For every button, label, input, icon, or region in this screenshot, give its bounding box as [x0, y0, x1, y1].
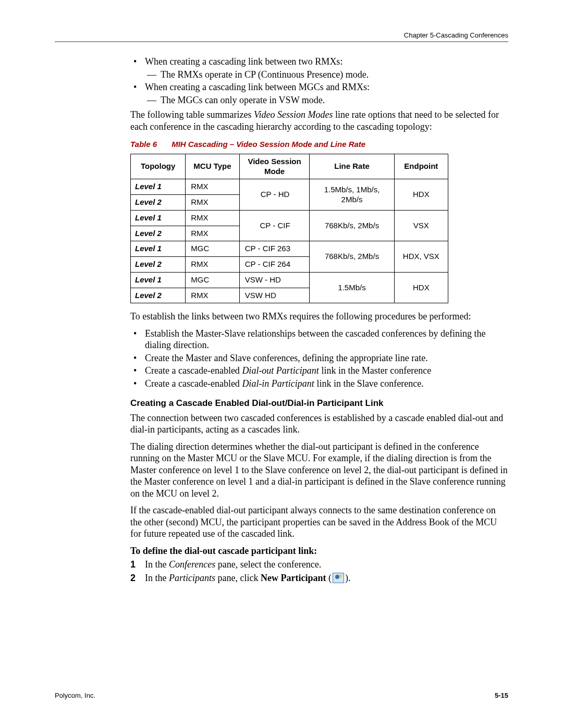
text: link in the Slave conference.: [314, 378, 424, 389]
text: In the: [145, 573, 169, 583]
cell-rate: 1.5Mb/s: [310, 272, 394, 303]
footer-page-number: 5-15: [495, 692, 508, 699]
table-row: Level 1 MGC CP - CIF 263 768Kb/s, 2Mb/s …: [131, 241, 448, 257]
table-row: Level 1 RMX CP - CIF 768Kb/s, 2Mb/s VSX: [131, 210, 448, 226]
cell-mcu: RMX: [186, 195, 240, 211]
cell-rate: 1.5Mb/s, 1Mb/s, 2Mb/s: [310, 179, 394, 211]
text: Create a cascade-enabled: [145, 365, 242, 376]
col-mcu-type: MCU Type: [186, 154, 240, 179]
cell-topology: Level 2: [131, 195, 186, 211]
list-item-sub: The MGCs can only operate in VSW mode.: [145, 94, 508, 106]
text: In the: [145, 559, 169, 570]
col-endpoint: Endpoint: [394, 154, 448, 179]
text-emphasis: Dial-out Participant: [242, 365, 319, 376]
table-header-row: Topology MCU Type Video Session Mode Lin…: [131, 154, 448, 179]
cell-topology: Level 1: [131, 272, 186, 288]
col-video-session-mode: Video Session Mode: [239, 154, 310, 179]
cell-topology: Level 1: [131, 241, 186, 257]
cell-mcu: RMX: [186, 288, 240, 303]
cell-endpoint: HDX: [394, 272, 448, 303]
table-row: Level 1 MGC VSW - HD 1.5Mb/s HDX: [131, 272, 448, 288]
cell-rate: 768Kb/s, 2Mb/s: [310, 241, 394, 273]
paragraph: If the cascade-enabled dial-out particip…: [130, 504, 508, 540]
procedure-heading: To define the dial-out cascade participa…: [130, 545, 508, 557]
new-participant-icon: [333, 573, 344, 583]
cell-mode: VSW - HD: [239, 272, 310, 288]
page-footer: Polycom, Inc. 5-15: [55, 692, 508, 699]
list-item: Establish the Master-Slave relationships…: [130, 328, 508, 351]
cell-rate: 768Kb/s, 2Mb/s: [310, 210, 394, 241]
cell-mode: VSW HD: [239, 288, 310, 303]
text: Create a cascade-enabled: [145, 378, 242, 389]
footer-company: Polycom, Inc.: [55, 692, 95, 699]
paragraph: The dialing direction determines whether…: [130, 441, 508, 500]
list-item: Create a cascade-enabled Dial-in Partici…: [130, 378, 508, 390]
table-number: Table 6: [130, 140, 157, 149]
list-item-sub: The RMXs operate in CP (Continuous Prese…: [145, 69, 508, 81]
text-emphasis: Dial-in Participant: [242, 378, 314, 389]
cell-topology: Level 1: [131, 210, 186, 226]
list-item: Create the Master and Slave conferences,…: [130, 352, 508, 364]
cell-mode: CP - HD: [239, 179, 310, 211]
col-topology: Topology: [131, 154, 186, 179]
text: The following table summarizes: [130, 109, 254, 120]
text-bold: New Participant: [261, 573, 326, 583]
text: link in the Master conference: [319, 365, 431, 376]
step-item: In the Conferences pane, select the conf…: [130, 559, 508, 571]
table-title: MIH Cascading – Video Session Mode and L…: [172, 140, 365, 149]
bullet-text: When creating a cascading link between M…: [145, 82, 370, 92]
cell-mcu: MGC: [186, 272, 240, 288]
list-item: Create a cascade-enabled Dial-out Partic…: [130, 365, 508, 377]
text-emphasis: Conferences: [169, 559, 215, 570]
cell-mcu: RMX: [186, 226, 240, 241]
intro-bullets: When creating a cascading link between t…: [130, 56, 508, 106]
text-emphasis: Participants: [169, 573, 215, 583]
cell-mode: CP - CIF 264: [239, 257, 310, 273]
cell-topology: Level 1: [131, 179, 186, 195]
text: pane, click: [215, 573, 261, 583]
list-item: When creating a cascading link between t…: [130, 56, 508, 80]
mih-cascading-table: Topology MCU Type Video Session Mode Lin…: [130, 154, 448, 304]
cell-endpoint: HDX: [394, 179, 448, 211]
running-head: Chapter 5-Cascading Conferences: [55, 31, 508, 39]
procedure-bullets: Establish the Master-Slave relationships…: [130, 328, 508, 390]
cell-mode: CP - CIF 263: [239, 241, 310, 257]
step-item: In the Participants pane, click New Part…: [130, 572, 508, 584]
text-emphasis: Video Session Modes: [254, 109, 333, 120]
text: ).: [345, 573, 351, 583]
intro-paragraph: The following table summarizes Video Ses…: [130, 109, 508, 132]
cell-mcu: MGC: [186, 241, 240, 257]
text: (: [326, 573, 332, 583]
cell-topology: Level 2: [131, 257, 186, 273]
header-rule: [55, 41, 508, 42]
text: pane, select the conference.: [215, 559, 321, 570]
section-heading: Creating a Cascade Enabled Dial-out/Dial…: [130, 398, 508, 409]
cell-mode: CP - CIF: [239, 210, 310, 241]
procedure-steps: In the Conferences pane, select the conf…: [130, 559, 508, 584]
cell-mcu: RMX: [186, 179, 240, 195]
cell-mcu: RMX: [186, 257, 240, 273]
cell-topology: Level 2: [131, 226, 186, 241]
bullet-text: When creating a cascading link between t…: [145, 56, 342, 67]
list-item: When creating a cascading link between M…: [130, 81, 508, 106]
cell-mcu: RMX: [186, 210, 240, 226]
col-line-rate: Line Rate: [310, 154, 394, 179]
paragraph: The connection between two cascaded conf…: [130, 412, 508, 436]
cell-endpoint: HDX, VSX: [394, 241, 448, 273]
page-content: Chapter 5-Cascading Conferences When cre…: [55, 31, 508, 586]
after-table-paragraph: To establish the links between two RMXs …: [130, 311, 508, 323]
table-row: Level 1 RMX CP - HD 1.5Mb/s, 1Mb/s, 2Mb/…: [131, 179, 448, 195]
body-text: When creating a cascading link between t…: [130, 56, 508, 584]
cell-topology: Level 2: [131, 288, 186, 303]
table-caption: Table 6MIH Cascading – Video Session Mod…: [130, 140, 508, 150]
cell-endpoint: VSX: [394, 210, 448, 241]
